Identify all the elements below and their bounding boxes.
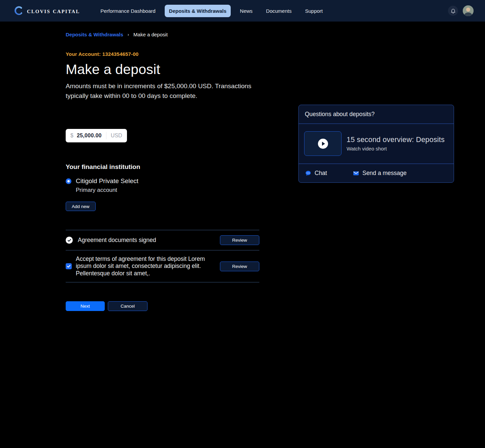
terms-label: Accept terms of agreement for this depos…	[76, 255, 187, 262]
notifications-button[interactable]	[448, 6, 458, 16]
add-new-institution-button[interactable]: Add new	[66, 202, 96, 211]
agreements-section: Agreement documents signed Review Accept…	[66, 230, 259, 282]
bell-icon	[450, 8, 456, 14]
mail-icon	[353, 170, 359, 177]
currency-code: USD	[111, 133, 122, 139]
top-navigation-bar: Clovis Capital Performance Dashboard Dep…	[0, 0, 485, 22]
video-title: 15 second overview: Deposits	[347, 136, 445, 144]
chat-label: Chat	[315, 170, 327, 177]
video-thumbnail[interactable]	[304, 131, 342, 156]
main-content: Deposits & Withdrawals › Make a deposit …	[0, 22, 485, 311]
nav-item-deposits-withdrawals[interactable]: Deposits & Withdrawals	[165, 5, 231, 17]
help-card-video-row: 15 second overview: Deposits Watch video…	[299, 124, 454, 164]
form-actions: Next Cancel	[66, 301, 485, 311]
check-circle-icon	[66, 237, 73, 244]
institution-subtitle: Primary account	[76, 187, 485, 194]
breadcrumb-current: Make a deposit	[133, 32, 168, 37]
video-subtitle[interactable]: Watch video short	[347, 146, 445, 151]
chat-action[interactable]: Chat	[305, 170, 327, 177]
terms-checkbox[interactable]	[66, 263, 72, 269]
review-documents-button[interactable]: Review	[220, 235, 259, 245]
chat-bubble-icon	[305, 170, 312, 177]
terms-text-block: Accept terms of agreement for this depos…	[76, 255, 208, 277]
amount-value[interactable]: 25,000.00	[77, 133, 102, 139]
radio-selected-icon[interactable]	[66, 178, 71, 184]
breadcrumb-parent-link[interactable]: Deposits & Withdrawals	[66, 32, 123, 37]
agreement-row-documents-signed: Agreement documents signed Review	[66, 230, 259, 250]
account-number-label: Your Account: 1324354657-00	[66, 51, 485, 57]
page-description: Amounts must be in increments of $25,000…	[66, 81, 256, 101]
nav-right-cluster	[448, 5, 474, 16]
breadcrumb: Deposits & Withdrawals › Make a deposit	[66, 32, 485, 37]
agreement-label: Agreement documents signed	[78, 237, 156, 244]
page-title: Make a deposit	[66, 62, 485, 77]
send-message-label: Send a message	[362, 170, 407, 177]
institution-name: Citigold Private Select	[76, 177, 138, 185]
nav-item-performance-dashboard[interactable]: Performance Dashboard	[96, 5, 160, 17]
help-card: Questions about deposits? 15 second over…	[298, 105, 454, 183]
user-avatar[interactable]	[463, 5, 474, 16]
currency-symbol: $	[70, 133, 73, 139]
next-button[interactable]: Next	[66, 301, 105, 311]
send-message-action[interactable]: Send a message	[353, 170, 407, 177]
brand-logo[interactable]: Clovis Capital	[13, 6, 80, 16]
chevron-right-icon: ›	[128, 32, 129, 37]
main-nav: Performance Dashboard Deposits & Withdra…	[96, 5, 327, 17]
brand-logo-icon	[13, 6, 24, 16]
divider	[66, 282, 259, 282]
brand-name: Clovis Capital	[27, 7, 80, 15]
help-card-actions: Chat Send a message	[299, 164, 454, 182]
help-card-title: Questions about deposits?	[299, 105, 454, 124]
nav-item-support[interactable]: Support	[301, 5, 327, 17]
input-divider	[106, 132, 106, 139]
nav-item-documents[interactable]: Documents	[262, 5, 296, 17]
agreement-row-accept-terms: Accept terms of agreement for this depos…	[66, 250, 259, 282]
nav-item-news[interactable]: News	[235, 5, 257, 17]
play-icon[interactable]	[318, 139, 328, 149]
cancel-button[interactable]: Cancel	[108, 301, 148, 311]
deposit-amount-input[interactable]: $ 25,000.00 USD	[66, 129, 127, 142]
video-text: 15 second overview: Deposits Watch video…	[347, 136, 445, 151]
review-terms-button[interactable]: Review	[220, 262, 259, 271]
